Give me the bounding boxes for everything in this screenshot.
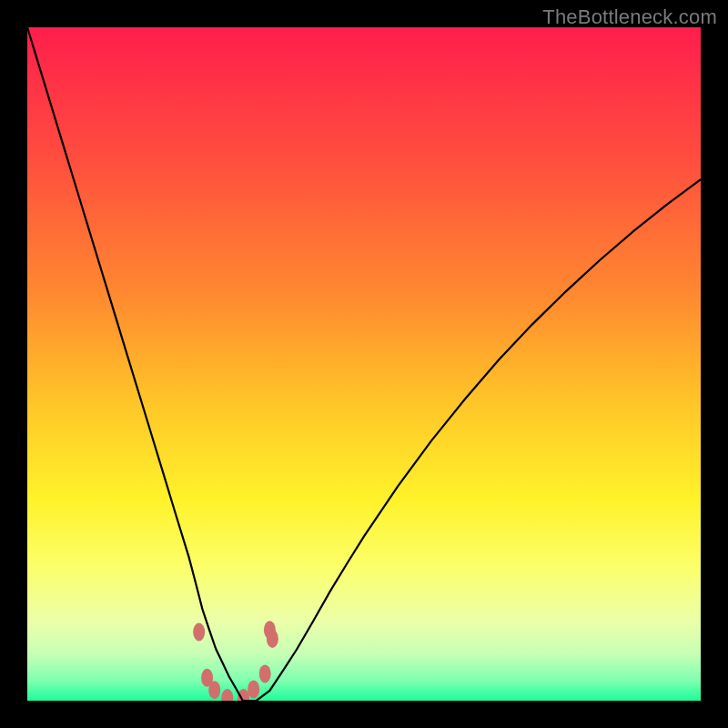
dip-marker (248, 680, 259, 698)
dip-marker (193, 623, 205, 642)
gradient-background (27, 27, 701, 701)
chart-frame: TheBottleneck.com (0, 0, 728, 728)
dip-marker (259, 664, 271, 682)
dip-marker (267, 630, 278, 648)
watermark-text: TheBottleneck.com (542, 5, 717, 29)
chart-svg (27, 27, 701, 701)
dip-marker (208, 681, 220, 699)
plot-area (27, 27, 701, 701)
